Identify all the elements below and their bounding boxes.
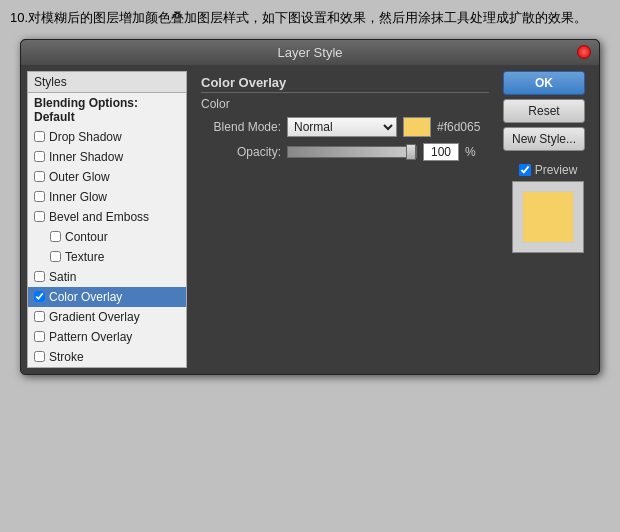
opacity-label: Opacity: (201, 145, 281, 159)
dialog-titlebar: Layer Style (21, 40, 599, 65)
checkbox-bevel-emboss[interactable] (34, 211, 45, 222)
checkbox-drop-shadow[interactable] (34, 131, 45, 142)
label-color-overlay: Color Overlay (49, 290, 122, 304)
preview-inner (522, 191, 574, 243)
blend-mode-select[interactable]: Normal (287, 117, 397, 137)
sidebar-item-gradient-overlay[interactable]: Gradient Overlay (28, 307, 186, 327)
checkbox-inner-glow[interactable] (34, 191, 45, 202)
instruction-text: 10.对模糊后的图层增加颜色叠加图层样式，如下图设置和效果，然后用涂抹工具处理成… (0, 0, 620, 37)
checkbox-pattern-overlay[interactable] (34, 331, 45, 342)
opacity-percent: % (465, 145, 476, 159)
label-inner-shadow: Inner Shadow (49, 150, 123, 164)
close-button[interactable] (577, 45, 591, 59)
checkbox-stroke[interactable] (34, 351, 45, 362)
opacity-slider-wrapper: % (287, 143, 476, 161)
sidebar-item-inner-glow[interactable]: Inner Glow (28, 187, 186, 207)
opacity-row: Opacity: % (201, 143, 489, 161)
opacity-input[interactable] (423, 143, 459, 161)
checkbox-texture[interactable] (50, 251, 61, 262)
section-title: Color Overlay (201, 75, 489, 93)
opacity-slider[interactable] (287, 146, 417, 158)
blend-select-wrapper: Normal (287, 117, 397, 137)
dialog-title: Layer Style (277, 45, 342, 60)
new-style-button[interactable]: New Style... (503, 127, 585, 151)
blend-mode-row: Blend Mode: Normal #f6d065 (201, 117, 489, 137)
sidebar-item-blending-options[interactable]: Blending Options: Default (28, 93, 186, 127)
checkbox-outer-glow[interactable] (34, 171, 45, 182)
blend-mode-label: Blend Mode: (201, 120, 281, 134)
styles-header: Styles (28, 72, 186, 93)
preview-box (512, 181, 584, 253)
label-satin: Satin (49, 270, 76, 284)
label-outer-glow: Outer Glow (49, 170, 110, 184)
sidebar-item-texture[interactable]: Texture (28, 247, 186, 267)
buttons-panel: OK Reset New Style... Preview (503, 71, 593, 368)
label-gradient-overlay: Gradient Overlay (49, 310, 140, 324)
label-drop-shadow: Drop Shadow (49, 130, 122, 144)
color-hex-value: #f6d065 (437, 120, 480, 134)
subsection-color: Color (201, 97, 489, 111)
sidebar-item-inner-shadow[interactable]: Inner Shadow (28, 147, 186, 167)
main-content: Color Overlay Color Blend Mode: Normal #… (193, 71, 497, 368)
layer-style-dialog: Layer Style Styles Blending Options: Def… (20, 39, 600, 375)
label-inner-glow: Inner Glow (49, 190, 107, 204)
preview-checkbox[interactable] (519, 164, 531, 176)
sidebar-item-stroke[interactable]: Stroke (28, 347, 186, 367)
checkbox-contour[interactable] (50, 231, 61, 242)
preview-section: Preview (503, 163, 593, 253)
sidebar-item-contour[interactable]: Contour (28, 227, 186, 247)
sidebar-item-drop-shadow[interactable]: Drop Shadow (28, 127, 186, 147)
preview-label: Preview (535, 163, 578, 177)
sidebar-item-bevel-emboss[interactable]: Bevel and Emboss (28, 207, 186, 227)
checkbox-color-overlay[interactable] (34, 291, 45, 302)
label-bevel-emboss: Bevel and Emboss (49, 210, 149, 224)
dialog-wrapper: Layer Style Styles Blending Options: Def… (0, 39, 620, 375)
sidebar-item-pattern-overlay[interactable]: Pattern Overlay (28, 327, 186, 347)
dialog-body: Styles Blending Options: DefaultDrop Sha… (21, 65, 599, 374)
preview-label-row: Preview (519, 163, 578, 177)
label-stroke: Stroke (49, 350, 84, 364)
checkbox-satin[interactable] (34, 271, 45, 282)
reset-button[interactable]: Reset (503, 99, 585, 123)
sidebar-item-satin[interactable]: Satin (28, 267, 186, 287)
color-swatch[interactable] (403, 117, 431, 137)
checkbox-inner-shadow[interactable] (34, 151, 45, 162)
sidebar-item-outer-glow[interactable]: Outer Glow (28, 167, 186, 187)
sidebar-item-color-overlay[interactable]: Color Overlay (28, 287, 186, 307)
label-pattern-overlay: Pattern Overlay (49, 330, 132, 344)
ok-button[interactable]: OK (503, 71, 585, 95)
label-texture: Texture (65, 250, 104, 264)
label-contour: Contour (65, 230, 108, 244)
label-blending-options: Blending Options: Default (34, 96, 180, 124)
styles-list: Blending Options: DefaultDrop ShadowInne… (28, 93, 186, 367)
styles-panel: Styles Blending Options: DefaultDrop Sha… (27, 71, 187, 368)
checkbox-gradient-overlay[interactable] (34, 311, 45, 322)
